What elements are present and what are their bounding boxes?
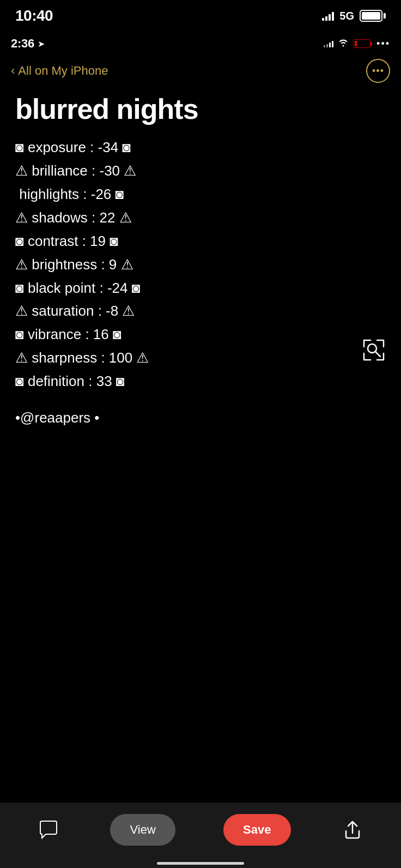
note-content: blurred nights ◙ exposure : -34 ◙ ⚠ bril… — [0, 88, 401, 437]
note-line-2: ⚠ brilliance : -30 ⚠ — [15, 159, 386, 183]
inner-time: 2:36 — [11, 37, 34, 51]
note-line-11: ◙ definition : 33 ◙ — [15, 370, 386, 393]
inner-screen: 2:36 ➤ ••• ‹ All on My iPhon — [0, 29, 401, 437]
note-credit: •@reaapers • — [15, 409, 386, 426]
more-options-button[interactable]: ••• — [366, 59, 390, 83]
note-body: ◙ exposure : -34 ◙ ⚠ brilliance : -30 ⚠ … — [15, 136, 386, 393]
back-button[interactable]: ‹ All on My iPhone — [11, 64, 108, 78]
more-dots-icon: ••• — [372, 66, 384, 76]
location-icon: ➤ — [38, 39, 45, 49]
outer-battery-icon — [360, 10, 386, 22]
wifi-icon — [338, 38, 349, 49]
note-title: blurred nights — [15, 94, 386, 125]
outer-time: 10:40 — [15, 7, 53, 25]
note-line-6: ⚠ brightness : 9 ⚠ — [15, 253, 386, 276]
visual-search-button[interactable] — [360, 336, 388, 366]
save-button[interactable]: Save — [223, 814, 290, 846]
chat-button[interactable] — [35, 816, 62, 843]
inner-battery-icon — [353, 39, 372, 48]
note-line-9: ◙ vibrance : 16 ◙ — [15, 323, 386, 346]
nav-bar: ‹ All on My iPhone ••• — [0, 56, 401, 88]
visual-search-icon — [360, 336, 388, 364]
svg-line-1 — [375, 352, 380, 357]
view-button[interactable]: View — [110, 814, 175, 846]
note-line-7: ◙ black point : -24 ◙ — [15, 276, 386, 300]
outer-status-icons: 5G — [322, 10, 386, 22]
outer-network-label: 5G — [339, 10, 354, 22]
bottom-toolbar: View Save — [0, 803, 401, 868]
outer-signal-icon — [322, 11, 334, 21]
share-icon — [343, 820, 362, 840]
note-line-4: ⚠ shadows : 22 ⚠ — [15, 206, 386, 230]
note-line-5: ◙ contrast : 19 ◙ — [15, 230, 386, 253]
outer-status-bar: 10:40 5G — [0, 0, 401, 29]
inner-dots-menu: ••• — [376, 38, 390, 50]
inner-status-left: 2:36 ➤ — [11, 37, 45, 51]
note-line-3: highlights : -26 ◙ — [15, 183, 386, 206]
note-line-8: ⚠ saturation : -8 ⚠ — [15, 299, 386, 323]
chat-icon — [38, 819, 59, 840]
share-button[interactable] — [339, 816, 366, 843]
inner-status-bar: 2:36 ➤ ••• — [0, 29, 401, 56]
inner-status-right: ••• — [324, 38, 390, 50]
back-chevron-icon: ‹ — [11, 64, 15, 78]
home-indicator — [157, 862, 244, 865]
back-label: All on My iPhone — [18, 64, 108, 78]
note-line-10: ⚠ sharpness : 100 ⚠ — [15, 346, 386, 370]
inner-signal-icon — [324, 40, 333, 47]
note-line-1: ◙ exposure : -34 ◙ — [15, 136, 386, 159]
